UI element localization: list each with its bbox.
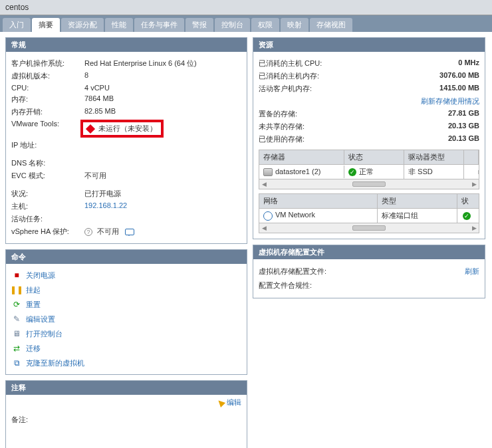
bubble-icon[interactable] — [125, 229, 134, 235]
res-rows1-lbl-2: 活动客户机内存: — [259, 84, 413, 94]
value-active-task — [84, 214, 241, 224]
res-rows1-val-2: 1415.00 MB — [413, 84, 479, 94]
tab-7[interactable]: 权限 — [251, 18, 279, 32]
res-rows2-lbl-0: 置备的存储: — [259, 109, 413, 119]
ok-icon: ✓ — [463, 212, 471, 220]
tab-5[interactable]: 警报 — [185, 18, 213, 32]
tab-6[interactable]: 控制台 — [215, 18, 250, 32]
network-col-type[interactable]: 类型 — [378, 194, 457, 208]
network-scrollbar[interactable]: ◀▶ — [259, 223, 479, 233]
value-vmtools: 未运行（未安装） — [84, 120, 241, 138]
panel-commands-title: 命令 — [6, 250, 247, 264]
cmd-open-console[interactable]: 🖥打开控制台 — [9, 326, 244, 341]
cmd-open-console-icon: 🖥 — [11, 328, 22, 339]
cmd-edit-settings-icon: ✎ — [11, 314, 22, 324]
storage-col-status[interactable]: 状态 — [344, 150, 404, 164]
res-rows1-lbl-1: 已消耗的主机内存: — [259, 71, 413, 81]
cmd-reset-label: 重置 — [26, 300, 41, 310]
cmd-suspend[interactable]: ❚❚挂起 — [9, 282, 244, 297]
sp-refresh-link[interactable]: 刷新 — [465, 267, 479, 277]
general-v-3: 7864 MB — [84, 94, 241, 104]
res-rows1-row-2: 活动客户机内存:1415.00 MB — [259, 82, 479, 95]
res-rows1-row-0: 已消耗的主机 CPU:0 MHz — [259, 57, 479, 70]
cmd-clone-icon: ⧉ — [11, 358, 22, 368]
cmd-migrate[interactable]: ⇄迁移 — [9, 341, 244, 356]
network-col-status[interactable]: 状 — [457, 194, 479, 208]
general-row-2: CPU:4 vCPU — [11, 82, 241, 93]
cmd-poweroff-icon: ■ — [11, 270, 22, 280]
value-ip — [84, 140, 241, 150]
general-row-0: 客户机操作系统:Red Hat Enterprise Linux 6 (64 位… — [11, 57, 241, 70]
storage-col-end — [464, 150, 479, 164]
help-icon[interactable]: ? — [84, 228, 92, 236]
panel-resources: 资源 已消耗的主机 CPU:0 MHz已消耗的主机内存:3076.00 MB活动… — [253, 37, 485, 239]
sp-label-compliance: 配置文件合规性: — [259, 280, 479, 290]
cmd-edit-settings-label: 编辑设置 — [26, 314, 55, 324]
refresh-storage-link[interactable]: 刷新存储使用情况 — [259, 95, 479, 108]
label-active-task: 活动任务: — [11, 214, 84, 224]
storage-col-type[interactable]: 驱动器类型 — [404, 150, 464, 164]
ok-icon: ✓ — [348, 168, 356, 176]
tab-2[interactable]: 资源分配 — [61, 18, 104, 32]
storage-col-name[interactable]: 存储器 — [259, 150, 344, 164]
general-v-4: 82.85 MB — [84, 107, 241, 117]
tab-1[interactable]: 摘要 — [32, 18, 60, 32]
datastore-icon — [263, 168, 273, 176]
general-v-2: 4 vCPU — [84, 84, 241, 92]
cmd-reset-icon: ⟳ — [11, 299, 22, 310]
label-ip: IP 地址: — [11, 140, 84, 150]
network-row[interactable]: VM Network 标准端口组 ✓ — [259, 209, 479, 223]
storage-grid: 存储器 状态 驱动器类型 datastore1 (2) ✓正常 非 SSD ◀▶ — [259, 150, 479, 189]
cmd-suspend-label: 挂起 — [26, 285, 41, 295]
value-ha: ? 不可用 — [84, 227, 241, 237]
cmd-migrate-label: 迁移 — [26, 344, 41, 354]
label-ha: vSphere HA 保护: — [11, 227, 84, 237]
panel-resources-title: 资源 — [253, 38, 485, 52]
res-rows2-val-1: 20.13 GB — [413, 122, 479, 132]
general-k-2: CPU: — [11, 84, 84, 92]
value-state: 已打开电源 — [84, 189, 241, 199]
panel-storage-profile: 虚拟机存储配置文件 虚拟机存储配置文件: 刷新 配置文件合规性: — [253, 245, 485, 298]
storage-row[interactable]: datastore1 (2) ✓正常 非 SSD — [259, 165, 479, 179]
panel-general: 常规 客户机操作系统:Red Hat Enterprise Linux 6 (6… — [5, 37, 247, 244]
storage-scrollbar[interactable]: ◀▶ — [259, 179, 479, 189]
label-dns: DNS 名称: — [11, 158, 84, 168]
panel-storage-profile-title: 虚拟机存储配置文件 — [253, 245, 485, 259]
tab-3[interactable]: 性能 — [105, 18, 133, 32]
tab-9[interactable]: 存储视图 — [310, 18, 352, 32]
cmd-clone[interactable]: ⧉克隆至新的虚拟机 — [9, 356, 244, 370]
panel-notes-title: 注释 — [6, 381, 247, 395]
cmd-edit-settings[interactable]: ✎编辑设置 — [9, 312, 244, 326]
res-rows2-val-0: 27.81 GB — [413, 109, 479, 119]
storage-row-name: datastore1 (2) — [275, 168, 320, 175]
general-v-1: 8 — [84, 71, 241, 81]
sp-label-profile: 虚拟机存储配置文件: — [259, 267, 465, 277]
tab-4[interactable]: 任务与事件 — [134, 18, 184, 32]
notes-edit-link[interactable]: 编辑 — [217, 397, 241, 407]
res-rows1-val-1: 3076.00 MB — [413, 71, 479, 81]
general-k-3: 内存: — [11, 94, 84, 104]
storage-row-type: 非 SSD — [404, 165, 464, 179]
network-icon — [263, 211, 273, 221]
panel-notes: 注释 编辑 备注: — [5, 380, 247, 448]
vmtools-highlight: 未运行（未安装） — [80, 120, 164, 138]
general-row-4: 内存开销:82.85 MB — [11, 106, 241, 118]
value-host-link[interactable]: 192.168.1.22 — [84, 201, 241, 211]
cmd-poweroff-label: 关闭电源 — [26, 271, 55, 280]
general-v-0: Red Hat Enterprise Linux 6 (64 位) — [84, 58, 241, 68]
network-col-name[interactable]: 网络 — [259, 194, 378, 208]
res-rows1-val-0: 0 MHz — [413, 58, 479, 68]
res-rows2-val-2: 20.13 GB — [413, 134, 479, 144]
tab-8[interactable]: 映射 — [281, 18, 308, 32]
cmd-reset[interactable]: ⟳重置 — [9, 297, 244, 312]
value-evc: 不可用 — [84, 171, 241, 181]
network-row-type: 标准端口组 — [378, 209, 457, 223]
cmd-poweroff[interactable]: ■关闭电源 — [9, 268, 244, 282]
res-rows1-row-1: 已消耗的主机内存:3076.00 MB — [259, 70, 479, 82]
cmd-migrate-icon: ⇄ — [11, 343, 22, 354]
vmtools-text: 未运行（未安装） — [98, 124, 157, 132]
label-vmtools: VMware Tools: — [11, 120, 84, 138]
label-evc: EVC 模式: — [11, 171, 84, 181]
tab-0[interactable]: 入门 — [3, 18, 31, 32]
res-rows2-lbl-2: 已使用的存储: — [259, 134, 413, 144]
